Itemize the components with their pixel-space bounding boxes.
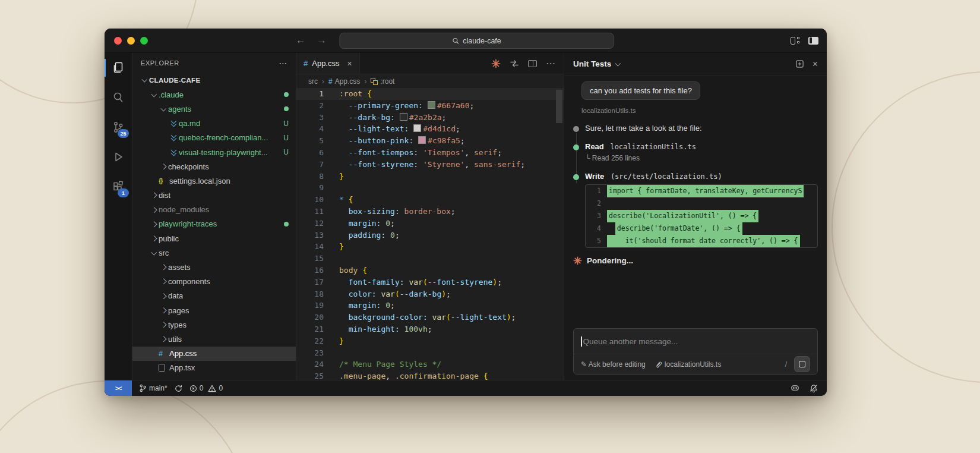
code-line-15[interactable]: 15 — [296, 253, 564, 265]
git-branch-item[interactable]: main* — [139, 384, 167, 392]
split-editor-icon[interactable] — [528, 60, 537, 67]
tree-item-pages[interactable]: pages — [132, 303, 296, 317]
code-line-17[interactable]: 17 font-family: var(--font-styrene); — [296, 276, 564, 288]
close-window-button[interactable] — [114, 37, 122, 45]
color-swatch[interactable] — [400, 113, 407, 121]
tree-item-label: App.css — [169, 349, 197, 358]
code-line-6[interactable]: 6 --font-tiempos: 'Tiempos', serif; — [296, 147, 564, 159]
code-line-10[interactable]: 10* { — [296, 194, 564, 206]
sync-changes-item[interactable] — [175, 385, 182, 392]
code-line-14[interactable]: 14} — [296, 241, 564, 253]
breadcrumb-src[interactable]: src — [308, 77, 318, 86]
minimize-window-button[interactable] — [127, 37, 135, 45]
attached-file[interactable]: localizationUtils.ts — [655, 360, 721, 369]
diff-added-text: it('should format date correctly', () =>… — [607, 235, 800, 247]
editor-more-actions-icon[interactable]: ⋯ — [546, 58, 555, 69]
unit-tests-panel: Unit Tests × can you add tests for this … — [564, 53, 827, 380]
code-line-1[interactable]: 1:root { — [296, 88, 564, 100]
activity-extensions[interactable]: 1 — [105, 172, 132, 202]
editor-scrollbar-thumb[interactable] — [556, 90, 562, 123]
forward-button[interactable]: → — [317, 34, 327, 46]
zoom-window-button[interactable] — [140, 37, 148, 45]
code-line-16[interactable]: 16body { — [296, 265, 564, 276]
code-line-24[interactable]: 24/* Menu Page Styles */ — [296, 358, 564, 370]
tree-item-utils[interactable]: utils — [132, 332, 296, 346]
diff-code-block[interactable]: 1import { formatDate, translateKey, getC… — [585, 184, 818, 248]
tree-item-quebec-french-complian-[interactable]: quebec-french-complian...U — [132, 131, 296, 145]
open-changes-icon[interactable] — [510, 59, 519, 68]
tree-item-playwright-traces[interactable]: playwright-traces — [132, 217, 296, 231]
tree-item-types[interactable]: types — [132, 317, 296, 332]
command-center-search[interactable]: claude-cafe — [339, 33, 614, 49]
chat-input[interactable]: Queue another message... — [574, 329, 817, 354]
code-line-25[interactable]: 25.menu-page, .confirmation-page { — [296, 370, 564, 380]
tab-label: App.css — [312, 59, 339, 68]
stop-button[interactable] — [794, 356, 810, 372]
code-editor[interactable]: 1:root {2 --primary-green: #667a60;3 --d… — [296, 88, 564, 380]
claude-icon[interactable] — [491, 59, 501, 68]
code-line-5[interactable]: 5 --button-pink: #c98fa5; — [296, 135, 564, 147]
tree-item--claude[interactable]: .claude — [132, 87, 296, 102]
diff-line-2: 2 — [586, 197, 817, 210]
slash-commands-hint[interactable]: / — [785, 360, 787, 369]
line-number: 15 — [296, 253, 324, 265]
tree-item-visual-testing-playwright-[interactable]: visual-testing-playwright...U — [132, 145, 296, 159]
problems-item[interactable]: 0 0 — [189, 384, 223, 392]
code-line-20[interactable]: 20 background-color: var(--light-text); — [296, 312, 564, 323]
tree-item-components[interactable]: components — [132, 275, 296, 289]
tree-item-checkpoints[interactable]: checkpoints — [132, 159, 296, 174]
tree-item-settings-local-json[interactable]: {}settings.local.json — [132, 174, 296, 188]
activity-explorer[interactable] — [105, 53, 132, 83]
code-line-11[interactable]: 11 box-sizing: border-box; — [296, 206, 564, 218]
tree-item-app-css[interactable]: #App.css — [132, 347, 296, 361]
tree-item-public[interactable]: public — [132, 231, 296, 246]
explorer-more-actions-icon[interactable]: ⋯ — [279, 58, 287, 68]
code-line-8[interactable]: 8} — [296, 171, 564, 183]
copilot-icon[interactable] — [790, 384, 800, 392]
chevron-down-icon[interactable] — [616, 63, 620, 65]
activity-source-control[interactable]: 25 — [105, 112, 132, 142]
code-line-21[interactable]: 21 min-height: 100vh; — [296, 323, 564, 335]
customize-layout-icon[interactable] — [791, 37, 801, 45]
new-chat-icon[interactable] — [795, 59, 804, 68]
code-line-3[interactable]: 3 --dark-bg: #2a2b2a; — [296, 112, 564, 124]
back-button[interactable]: ← — [296, 34, 306, 46]
color-swatch[interactable] — [418, 136, 426, 144]
notifications-muted-icon[interactable] — [810, 384, 818, 392]
tree-item-node-modules[interactable]: node_modules — [132, 203, 296, 217]
close-panel-icon[interactable]: × — [813, 59, 818, 70]
git-untracked-badge: U — [283, 119, 289, 128]
code-line-7[interactable]: 7 --font-styrene: 'Styrene', sans-serif; — [296, 159, 564, 171]
code-line-9[interactable]: 9 — [296, 182, 564, 194]
tree-item-src[interactable]: src — [132, 246, 296, 260]
close-tab-icon[interactable]: × — [347, 59, 352, 68]
breadcrumb-symbol[interactable]: :root — [371, 77, 394, 86]
tool-call-read[interactable]: Read localizationUtils.ts └ Read 256 lin… — [573, 142, 818, 162]
tree-item-data[interactable]: data — [132, 289, 296, 303]
tree-item-agents[interactable]: agents — [132, 102, 296, 116]
tree-item-assets[interactable]: assets — [132, 260, 296, 274]
color-swatch[interactable] — [428, 101, 435, 109]
permission-mode-selector[interactable]: ✎ Ask before editing — [581, 360, 646, 369]
code-line-23[interactable]: 23 — [296, 347, 564, 359]
tree-item-claude-cafe[interactable]: CLAUDE-CAFE — [132, 73, 296, 87]
toggle-secondary-sidebar-icon[interactable] — [808, 37, 818, 45]
code-line-12[interactable]: 12 margin: 0; — [296, 218, 564, 229]
tree-item-dist[interactable]: dist — [132, 188, 296, 203]
color-swatch[interactable] — [413, 124, 421, 132]
code-line-18[interactable]: 18 color: var(--dark-bg); — [296, 288, 564, 300]
activity-search[interactable] — [105, 83, 132, 112]
code-line-13[interactable]: 13 padding: 0; — [296, 229, 564, 241]
activity-run-debug[interactable] — [105, 142, 132, 172]
code-line-19[interactable]: 19 margin: 0; — [296, 300, 564, 312]
tree-item-app-tsx[interactable]: App.tsx — [132, 361, 296, 375]
line-content: --primary-green: #667a60; — [324, 100, 474, 112]
code-line-4[interactable]: 4 --light-text: #d4d1cd; — [296, 123, 564, 135]
remote-indicator[interactable]: >< — [105, 380, 132, 396]
code-line-22[interactable]: 22} — [296, 335, 564, 347]
code-line-2[interactable]: 2 --primary-green: #667a60; — [296, 100, 564, 112]
tree-item-qa-md[interactable]: qa.mdU — [132, 117, 296, 131]
breadcrumb-file[interactable]: #App.css — [328, 77, 360, 86]
tool-call-write[interactable]: Write (src/test/localization.ts) — [573, 172, 818, 181]
tab-app-css[interactable]: # App.css × — [296, 53, 360, 74]
